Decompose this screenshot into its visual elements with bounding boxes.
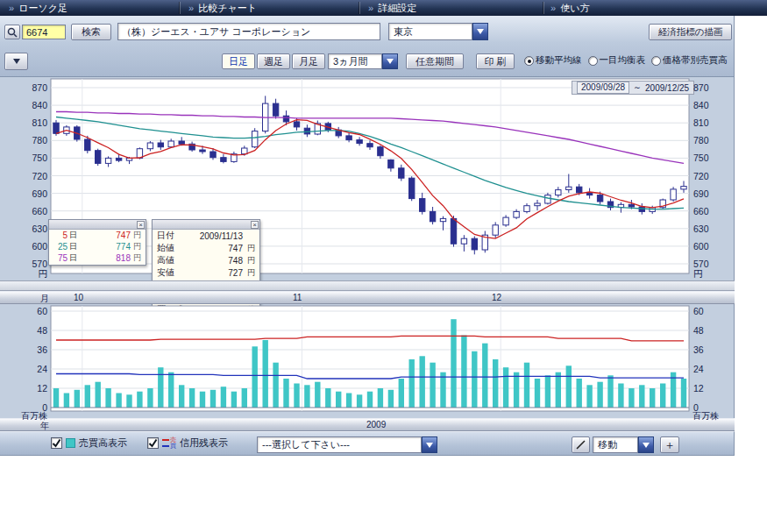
year-axis-bar: 年 2009 (0, 418, 735, 431)
price-tick: 630 (19, 223, 47, 234)
ma-period: 25 (53, 242, 67, 252)
month-label: 10 (74, 293, 83, 302)
volume-tick: 0 (693, 402, 725, 413)
exchange-select-value[interactable]: 東京 (388, 23, 472, 40)
year-value: 2009 (366, 420, 386, 429)
stock-code-input[interactable] (22, 25, 66, 39)
chevron-down-icon (13, 59, 20, 64)
start-date: 2009/09/28 (577, 82, 629, 94)
radio-label: 一目均衡表 (600, 54, 646, 67)
period-daily-button[interactable]: 日足 (222, 53, 255, 69)
ma-day-unit: 日 (69, 252, 77, 264)
volume-tick: 36 (19, 344, 47, 355)
volume-swatch-icon (66, 438, 75, 448)
nav-tab-detail-settings[interactable]: » 詳細設定 (368, 0, 416, 16)
radio-volume-by-price[interactable]: 価格帯別売買高 (651, 54, 728, 67)
margin-toggle-label: 信用残表示 (180, 436, 228, 450)
window-titlebar[interactable]: × (153, 220, 259, 230)
volume-display-toggle[interactable]: 売買高表示 (51, 436, 127, 450)
end-date: 2009/12/25 (645, 83, 689, 93)
close-icon[interactable]: × (251, 221, 259, 229)
print-button[interactable]: 印 刷 (476, 53, 515, 69)
chevron-icon: » (550, 3, 556, 13)
ma-unit: 円 (133, 252, 141, 264)
volume-tick: 36 (693, 344, 725, 355)
tooltip-row-low: 安値727円 (153, 266, 259, 279)
volume-tick: 12 (19, 383, 47, 394)
volume-tick: 12 (693, 383, 725, 394)
close-icon[interactable]: × (137, 221, 145, 229)
volume-toggle-label: 売買高表示 (79, 436, 127, 450)
tool-mode-select-arrow[interactable] (638, 436, 654, 453)
margin-display-toggle[interactable]: 売 買 信用残表示 (147, 436, 228, 450)
ma-period: 75 (53, 253, 67, 263)
period-monthly-button[interactable]: 月足 (292, 53, 325, 69)
custom-range-button[interactable]: 任意期間 (406, 53, 464, 69)
ma-period: 5 (53, 231, 67, 240)
economic-indicator-button[interactable]: 経済指標の描画 (649, 24, 732, 40)
date-range-box: 2009/09/28 ～ 2009/12/25 (572, 81, 694, 95)
overlay-radio-group: 移動平均線 一目均衡表 価格帯別売買高 (524, 54, 728, 67)
bottom-bar: 売買高表示 売 買 信用残表示 ---選択して下さい--- 移動 ＋ (0, 431, 735, 456)
chart-area: 2009/09/28 ～ 2009/12/25 × 5 日 747 円 25 日… (0, 77, 735, 431)
range-select-value[interactable]: 3ヵ月間 (328, 53, 382, 69)
diagonal-line-icon (575, 439, 586, 450)
indicator-select-arrow[interactable] (422, 436, 437, 453)
volume-tick: 48 (693, 325, 725, 336)
volume-tick: 60 (19, 306, 47, 316)
nav-separator (543, 2, 544, 14)
month-label: 12 (492, 293, 501, 302)
price-tick: 690 (19, 188, 47, 199)
range-select-arrow[interactable] (382, 53, 398, 69)
chevron-icon: » (368, 3, 373, 13)
checkbox-checked-icon[interactable] (147, 437, 159, 449)
radio-label: 価格帯別売買高 (663, 54, 728, 67)
nav-tab-help[interactable]: » 使い方 (550, 0, 589, 16)
price-unit-left: 円 (19, 268, 47, 280)
search-button[interactable]: 検索 (71, 24, 111, 40)
radio-moving-average[interactable]: 移動平均線 (524, 54, 582, 67)
price-tick: 840 (19, 100, 47, 110)
nav-separator (180, 2, 181, 14)
price-tick: 810 (19, 117, 47, 128)
nav-tab-label: 比較チャート (198, 2, 257, 15)
price-tick: 840 (693, 100, 725, 110)
volume-chart[interactable] (0, 304, 735, 418)
price-tick: 570 (693, 259, 725, 269)
price-tick: 630 (693, 223, 725, 234)
radio-ichimoku[interactable]: 一目均衡表 (588, 54, 646, 67)
search-icon-button[interactable] (4, 25, 20, 39)
price-tick: 780 (19, 135, 47, 145)
exchange-select-arrow[interactable] (472, 23, 488, 40)
app-window: » ローソク足 » 比較チャート » 詳細設定 » 使い方 検索 (0, 0, 767, 532)
month-label: 11 (293, 293, 302, 302)
company-name-field[interactable] (117, 23, 380, 40)
ma-day-unit: 日 (69, 230, 77, 241)
nav-tab-candlestick[interactable]: » ローソク足 (9, 0, 67, 16)
nav-tab-compare-chart[interactable]: » 比較チャート (188, 0, 257, 16)
radio-label: 移動平均線 (536, 54, 582, 67)
zoom-in-button[interactable]: ＋ (660, 436, 679, 453)
month-axis-label: 月 (40, 293, 49, 305)
price-tick: 870 (693, 82, 725, 93)
chevron-down-icon (477, 29, 484, 34)
window-titlebar[interactable]: × (49, 220, 146, 230)
tool-mode-select-value[interactable]: 移動 (593, 436, 638, 453)
ma-legend-window[interactable]: × 5 日 747 円 25 日 774 円 75 日 818 円 (48, 219, 146, 266)
ma-value: 747 (77, 231, 131, 240)
chevron-down-icon (387, 59, 394, 64)
toolbar-expand-button[interactable] (4, 53, 28, 70)
indicator-select-value[interactable]: ---選択して下さい--- (257, 436, 422, 453)
nav-tab-label: ローソク足 (18, 2, 67, 15)
chart-splitter[interactable] (0, 280, 735, 291)
ma-value: 818 (77, 253, 131, 263)
chevron-icon: » (9, 3, 14, 13)
tooltip-row-date: 日付2009/11/13 (153, 230, 259, 242)
ma5-legend-row: 5 日 747 円 (49, 230, 146, 241)
draw-line-tool-button[interactable] (572, 436, 590, 453)
volume-tick: 0 (19, 402, 47, 413)
volume-tick: 24 (693, 364, 725, 374)
price-tick: 660 (19, 206, 47, 216)
period-weekly-button[interactable]: 週足 (257, 53, 290, 69)
checkbox-checked-icon[interactable] (51, 437, 62, 449)
